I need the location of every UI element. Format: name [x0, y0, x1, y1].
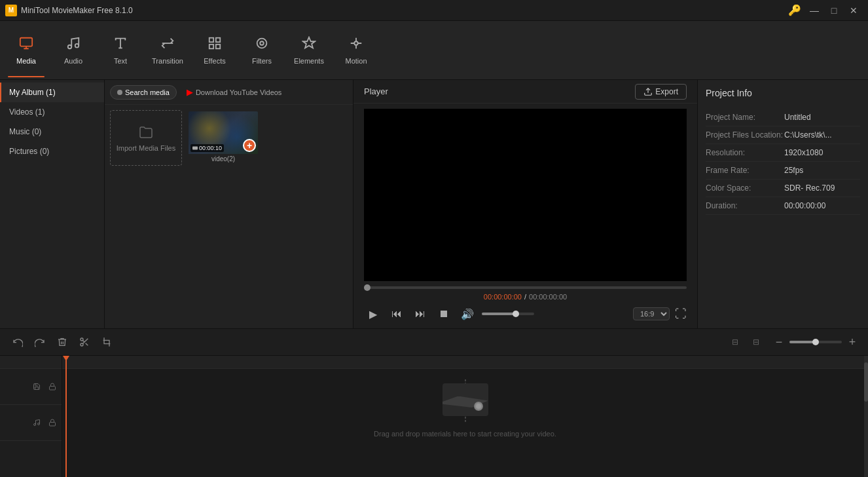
- zoom-out-button[interactable]: −: [771, 334, 787, 350]
- toolbar-elements[interactable]: Elements: [285, 24, 333, 77]
- nav-pictures[interactable]: Pictures (0): [0, 142, 104, 161]
- snap-button-1[interactable]: ⊟: [725, 332, 745, 352]
- drop-placeholder: [443, 383, 488, 419]
- snap-icons: ⊟ ⊟: [725, 332, 766, 352]
- search-media-tab[interactable]: Search media: [110, 85, 177, 100]
- tab-dot: [117, 90, 122, 95]
- info-value-duration: 00:00:00:00: [784, 201, 860, 210]
- lock-icon: [48, 383, 56, 391]
- progress-track[interactable]: [364, 286, 687, 289]
- toolbar: Media Audio Text Transi: [0, 21, 868, 80]
- project-info-fields: Project Name: Untitled Project Files Loc…: [706, 109, 860, 215]
- timeline-scrollbar[interactable]: [864, 356, 868, 477]
- project-info-title: Project Info: [706, 88, 860, 98]
- aspect-ratio-select[interactable]: 16:9 4:3 1:1 9:16: [633, 307, 670, 320]
- timeline-playhead[interactable]: [65, 356, 67, 477]
- filters-icon: [255, 36, 269, 54]
- info-label-duration: Duration:: [706, 201, 784, 210]
- play-button[interactable]: ▶: [364, 305, 382, 323]
- player-progress[interactable]: [353, 286, 697, 289]
- lock-track-button[interactable]: [46, 380, 59, 393]
- content-area: Media Audio Text Transi: [0, 21, 868, 477]
- minimize-button[interactable]: —: [805, 1, 823, 20]
- svg-point-2: [75, 43, 79, 47]
- toolbar-audio[interactable]: Audio: [50, 24, 97, 77]
- toolbar-effects-label: Effects: [204, 57, 225, 65]
- player-controls: ▶ ⏮ ⏭ ⏹ 🔊 16:9 4:3 1:1 9:16 ⛶: [353, 302, 697, 326]
- toolbar-effects[interactable]: Effects: [191, 24, 238, 77]
- volume-slider[interactable]: [482, 313, 534, 315]
- svg-point-19: [38, 423, 40, 425]
- zoom-slider[interactable]: [789, 341, 842, 343]
- toolbar-filters[interactable]: Filters: [238, 24, 285, 77]
- timeline-scroll-thumb[interactable]: [864, 362, 868, 402]
- timeline-right: Drag and drop materials here to start cr…: [62, 356, 868, 477]
- transition-icon: [160, 36, 175, 54]
- save-audio-button[interactable]: [30, 416, 43, 429]
- info-value-colorspace: SDR- Rec.709: [784, 183, 860, 193]
- skip-back-button[interactable]: ⏮: [388, 305, 406, 323]
- info-label-resolution: Resolution:: [706, 148, 784, 157]
- save-track-button[interactable]: [30, 380, 43, 393]
- youtube-tab[interactable]: ▶ Download YouTube Videos: [179, 84, 289, 100]
- stop-button[interactable]: ⏹: [435, 305, 453, 323]
- current-time: 00:00:00:00: [484, 293, 522, 301]
- placeholder-thumbnail: [443, 383, 488, 416]
- project-info-panel: Project Info Project Name: Untitled Proj…: [698, 80, 868, 328]
- crop-icon: [101, 337, 112, 347]
- zoom-area: ⊟ ⊟ − +: [725, 332, 860, 352]
- close-button[interactable]: ✕: [844, 1, 863, 20]
- redo-button[interactable]: [30, 332, 50, 352]
- media-panel: Search media ▶ Download YouTube Videos: [105, 80, 353, 328]
- nav-my-album[interactable]: My Album (1): [0, 83, 104, 102]
- svg-rect-3: [209, 37, 213, 41]
- toolbar-media[interactable]: Media: [3, 24, 50, 77]
- toolbar-transition[interactable]: Transition: [144, 24, 191, 77]
- app-icon: M: [5, 5, 17, 16]
- progress-thumb[interactable]: [364, 284, 371, 291]
- timeline-ruler-label: [0, 356, 62, 369]
- left-column: My Album (1) Videos (1) Music (0) Pictur…: [0, 80, 353, 328]
- volume-thumb[interactable]: [513, 311, 519, 317]
- volume-button[interactable]: 🔊: [458, 305, 477, 323]
- add-to-timeline-button[interactable]: +: [243, 139, 256, 152]
- svg-point-13: [81, 343, 83, 346]
- maximize-button[interactable]: □: [825, 1, 843, 20]
- duration-value: 00:00:10: [199, 145, 222, 151]
- toolbar-text[interactable]: Text: [97, 24, 144, 77]
- zoom-in-button[interactable]: +: [844, 334, 860, 350]
- media-tabs: Search media ▶ Download YouTube Videos: [105, 80, 353, 105]
- player-area: Player Export 00:00:00:00 / 00:00:00:0: [353, 80, 698, 328]
- zoom-thumb[interactable]: [812, 339, 819, 345]
- crop-button[interactable]: [97, 332, 117, 352]
- svg-point-1: [68, 45, 72, 48]
- undo-button[interactable]: [8, 332, 27, 352]
- media-item-video2[interactable]: 00:00:10 + video(2): [187, 110, 259, 166]
- zoom-fill: [789, 341, 816, 343]
- delete-button[interactable]: [52, 332, 72, 352]
- cut-button[interactable]: [75, 332, 94, 352]
- nav-music[interactable]: Music (0): [0, 122, 104, 142]
- timeline-ruler: [62, 356, 868, 369]
- key-icon: 🔑: [788, 4, 801, 16]
- fullscreen-button[interactable]: ⛶: [675, 307, 687, 321]
- video-thumbnail: 00:00:10 +: [189, 111, 258, 154]
- scissors-icon: [79, 337, 90, 347]
- lock-audio-button[interactable]: [46, 416, 59, 429]
- toolbar-audio-label: Audio: [64, 57, 82, 65]
- nav-videos[interactable]: Videos (1): [0, 102, 104, 122]
- export-button[interactable]: Export: [635, 84, 687, 100]
- toolbar-media-label: Media: [16, 57, 36, 65]
- info-row-colorspace: Color Space: SDR- Rec.709: [706, 180, 860, 197]
- text-icon: [113, 36, 128, 54]
- info-row-name: Project Name: Untitled: [706, 109, 860, 126]
- svg-rect-5: [216, 44, 220, 48]
- snap-button-2[interactable]: ⊟: [746, 332, 766, 352]
- search-media-label: Search media: [125, 88, 170, 96]
- import-media-button[interactable]: Import Media Files: [110, 110, 182, 166]
- export-label: Export: [655, 87, 678, 96]
- svg-rect-17: [50, 387, 56, 391]
- svg-rect-6: [209, 44, 213, 48]
- toolbar-motion[interactable]: Motion: [333, 24, 380, 77]
- skip-forward-button[interactable]: ⏭: [411, 305, 429, 323]
